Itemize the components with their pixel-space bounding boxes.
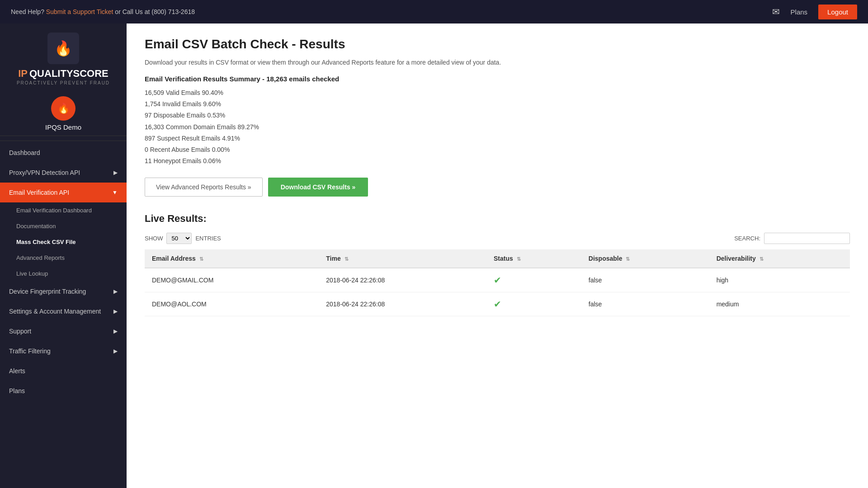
- summary-box: Email Verification Results Summary - 18,…: [145, 75, 850, 167]
- sort-icon-email: ⇅: [199, 256, 203, 262]
- logo-sub: PROACTIVELY PREVENT FRAUD: [17, 80, 110, 85]
- logo-brand: IP QUALITYSCORE: [18, 68, 108, 80]
- search-box: SEARCH:: [734, 233, 850, 244]
- sidebar-item-label: Email Verification API: [9, 189, 69, 196]
- sort-icon-status: ⇅: [517, 256, 521, 262]
- cell-disposable: false: [581, 292, 709, 316]
- col-email[interactable]: Email Address ⇅: [145, 249, 319, 268]
- sidebar: 🔥 IP QUALITYSCORE PROACTIVELY PREVENT FR…: [0, 23, 127, 488]
- page-title: Email CSV Batch Check - Results: [145, 37, 850, 52]
- chevron-right-icon: ▶: [113, 348, 118, 354]
- cell-email: DEMO@AOL.COM: [145, 292, 319, 316]
- summary-item: 16,303 Common Domain Emails 89.27%: [145, 122, 850, 133]
- cell-disposable: false: [581, 268, 709, 292]
- table-row: DEMO@GMAIL.COM2018-06-24 22:26:08✔falseh…: [145, 268, 850, 292]
- entries-select[interactable]: 50 25 100: [166, 233, 192, 244]
- sidebar-item-label: Proxy/VPN Detection API: [9, 169, 80, 176]
- sort-icon-disposable: ⇅: [626, 256, 630, 262]
- valid-check-icon: ✔: [494, 299, 501, 309]
- sidebar-item-settings[interactable]: Settings & Account Management ▶: [0, 301, 127, 321]
- sidebar-item-email-verification[interactable]: Email Verification API ▼: [0, 183, 127, 202]
- sidebar-item-plans[interactable]: Plans: [0, 381, 127, 401]
- table-controls: SHOW 50 25 100 ENTRIES SEARCH:: [145, 233, 850, 244]
- summary-items: 16,509 Valid Emails 90.40%1,754 Invalid …: [145, 87, 850, 167]
- sidebar-item-traffic-filtering[interactable]: Traffic Filtering ▶: [0, 341, 127, 361]
- valid-check-icon: ✔: [494, 275, 501, 285]
- col-deliverability[interactable]: Deliverability ⇅: [709, 249, 850, 268]
- sidebar-item-label: Settings & Account Management: [9, 308, 101, 315]
- username: IPQS Demo: [5, 123, 122, 131]
- topbar: Need Help? Submit a Support Ticket or Ca…: [0, 0, 868, 23]
- sidebar-sub-documentation[interactable]: Documentation: [0, 218, 127, 234]
- chevron-right-icon: ▶: [113, 288, 118, 295]
- cell-status: ✔: [486, 292, 581, 316]
- sidebar-item-support[interactable]: Support ▶: [0, 321, 127, 341]
- cell-time: 2018-06-24 22:26:08: [319, 268, 486, 292]
- sidebar-item-device-fingerprint[interactable]: Device Fingerprint Tracking ▶: [0, 282, 127, 301]
- logo-ip: IP: [18, 68, 28, 80]
- cell-deliverability: medium: [709, 292, 850, 316]
- col-status[interactable]: Status ⇅: [486, 249, 581, 268]
- view-reports-button[interactable]: View Advanced Reports Results »: [145, 178, 263, 197]
- cell-deliverability: high: [709, 268, 850, 292]
- table-row: DEMO@AOL.COM2018-06-24 22:26:08✔falsemed…: [145, 292, 850, 316]
- sidebar-logo: 🔥 IP QUALITYSCORE PROACTIVELY PREVENT FR…: [0, 23, 127, 92]
- topbar-help-text: Need Help? Submit a Support Ticket or Ca…: [11, 8, 195, 15]
- logo-qs: QUALITYSCORE: [29, 68, 108, 80]
- col-disposable[interactable]: Disposable ⇅: [581, 249, 709, 268]
- download-csv-button[interactable]: Download CSV Results »: [268, 178, 368, 197]
- chevron-right-icon: ▶: [113, 308, 118, 314]
- summary-item: 1,754 Invalid Emails 9.60%: [145, 99, 850, 110]
- col-time[interactable]: Time ⇅: [319, 249, 486, 268]
- page-subtitle: Download your results in CSV format or v…: [145, 59, 850, 66]
- summary-title: Email Verification Results Summary - 18,…: [145, 75, 850, 83]
- sidebar-item-label: Support: [9, 328, 31, 335]
- sidebar-sub-live-lookup[interactable]: Live Lookup: [0, 266, 127, 282]
- sidebar-item-label: Dashboard: [9, 149, 40, 156]
- sidebar-item-label: Alerts: [9, 367, 25, 375]
- support-link[interactable]: Submit a Support Ticket: [46, 8, 113, 15]
- sidebar-item-label: Traffic Filtering: [9, 347, 51, 355]
- show-label: SHOW: [145, 235, 163, 242]
- show-entries: SHOW 50 25 100 ENTRIES: [145, 233, 221, 244]
- chevron-right-icon: ▶: [113, 169, 118, 176]
- help-text: Need Help?: [11, 8, 44, 15]
- chevron-right-icon: ▶: [113, 328, 118, 334]
- phone-text: or Call Us at (800) 713-2618: [115, 8, 195, 15]
- sidebar-item-label: Plans: [9, 387, 25, 394]
- avatar: 🔥: [51, 96, 75, 121]
- results-table: Email Address ⇅ Time ⇅ Status ⇅ Disposab…: [145, 249, 850, 316]
- sort-icon-time: ⇅: [344, 256, 349, 262]
- summary-item: 897 Suspect Result Emails 4.91%: [145, 133, 850, 144]
- sidebar-sub-advanced-reports[interactable]: Advanced Reports: [0, 250, 127, 266]
- sidebar-user: 🔥 IPQS Demo: [0, 92, 127, 136]
- summary-item: 97 Disposable Emails 0.53%: [145, 110, 850, 121]
- logo-icon: 🔥: [47, 33, 79, 64]
- action-buttons: View Advanced Reports Results » Download…: [145, 178, 850, 197]
- sort-icon-deliverability: ⇅: [760, 256, 764, 262]
- plans-link[interactable]: Plans: [791, 8, 808, 16]
- summary-item: 16,509 Valid Emails 90.40%: [145, 87, 850, 99]
- cell-time: 2018-06-24 22:26:08: [319, 292, 486, 316]
- search-input[interactable]: [764, 233, 850, 244]
- sidebar-item-alerts[interactable]: Alerts: [0, 361, 127, 381]
- sidebar-sub-mass-check[interactable]: Mass Check CSV File: [0, 234, 127, 250]
- live-results-title: Live Results:: [145, 213, 850, 225]
- summary-item: 0 Recent Abuse Emails 0.00%: [145, 144, 850, 155]
- cell-email: DEMO@GMAIL.COM: [145, 268, 319, 292]
- mail-icon[interactable]: ✉: [772, 6, 780, 17]
- logout-button[interactable]: Logout: [818, 5, 857, 19]
- sidebar-item-dashboard[interactable]: Dashboard: [0, 143, 127, 163]
- sidebar-item-label: Device Fingerprint Tracking: [9, 288, 86, 295]
- sidebar-item-proxy-vpn[interactable]: Proxy/VPN Detection API ▶: [0, 163, 127, 183]
- sidebar-sub-email-dashboard[interactable]: Email Verification Dashboard: [0, 202, 127, 218]
- entries-label: ENTRIES: [195, 235, 221, 242]
- chevron-down-icon: ▼: [112, 189, 118, 196]
- topbar-right: ✉ Plans Logout: [772, 5, 857, 19]
- cell-status: ✔: [486, 268, 581, 292]
- summary-item: 11 Honeypot Emails 0.06%: [145, 155, 850, 167]
- search-label: SEARCH:: [734, 235, 760, 242]
- main-content: Email CSV Batch Check - Results Download…: [127, 23, 868, 488]
- sidebar-divider: [0, 141, 127, 141]
